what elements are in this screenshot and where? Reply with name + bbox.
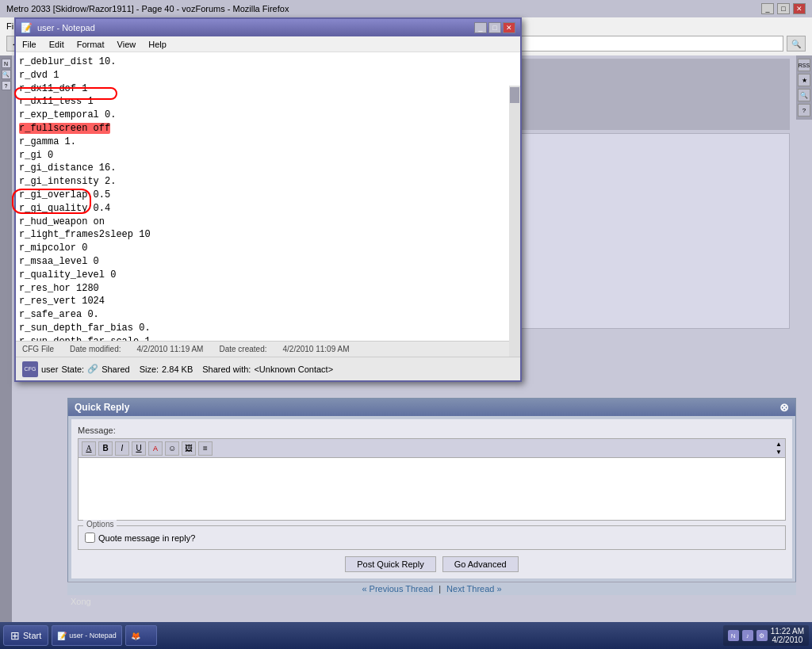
- file-state: Shared: [102, 365, 129, 374]
- notepad-window: 📝 user - Notepad _ □ ✕ File Edit Format …: [14, 17, 522, 382]
- browser-title-text: Metro 2033 [Skidrow/Razor1911] - Page 40…: [6, 4, 761, 13]
- message-label: Message:: [78, 426, 786, 435]
- notepad-menu-format[interactable]: Format: [77, 40, 105, 49]
- quote-checkbox[interactable]: [85, 533, 95, 543]
- date-created: 4/2/2010 11:09 AM: [283, 345, 350, 353]
- file-info-bar: CFG user State: 🔗 Shared Size: 2.84 KB S…: [22, 361, 333, 377]
- quote-checkbox-label: Quote message in reply?: [98, 533, 195, 543]
- star-icon[interactable]: ★: [798, 74, 810, 86]
- clock: 11:22 AM 4/2/2010: [771, 627, 804, 644]
- notepad-title: user - Notepad: [37, 23, 474, 32]
- search-icon[interactable]: 🔍: [798, 89, 810, 101]
- date-modified-label: Date modified:: [70, 345, 121, 353]
- sidebar-icon-2: 🔍: [2, 70, 11, 79]
- left-sidebar: N 🔍 ?: [0, 55, 12, 649]
- notepad-menu-edit[interactable]: Edit: [49, 40, 64, 49]
- date-modified: 4/2/2010 11:19 AM: [136, 345, 203, 353]
- start-button[interactable]: ⊞ Start: [3, 625, 48, 646]
- file-icon: CFG: [22, 361, 38, 377]
- maximize-button[interactable]: □: [777, 3, 790, 14]
- start-label: Start: [23, 631, 41, 640]
- editor-btn-image[interactable]: 🖼: [182, 441, 196, 456]
- volume-icon: ♪: [742, 630, 753, 641]
- go-button[interactable]: 🔍: [787, 36, 806, 52]
- file-size-label: Size:: [140, 365, 159, 374]
- editor-toolbar: A B I U A ☺ 🖼 ≡ ▲ ▼: [78, 438, 786, 457]
- highlight-fullscreen: r_fullscreen off: [19, 123, 110, 134]
- close-button[interactable]: ✕: [793, 3, 806, 14]
- options-title: Options: [83, 520, 117, 529]
- sidebar-icon-1: N: [2, 59, 11, 68]
- editor-btn-u[interactable]: U: [132, 441, 146, 456]
- quick-reply-section: Quick Reply ⊗ Message: A B I U A ☺ 🖼 ≡ ▲…: [67, 398, 796, 582]
- editor-btn-color[interactable]: A: [148, 441, 163, 456]
- browser-title-bar: Metro 2033 [Skidrow/Razor1911] - Page 40…: [0, 0, 812, 17]
- help-icon[interactable]: ?: [798, 104, 810, 116]
- notepad-titlebar: 📝 user - Notepad _ □ ✕: [16, 19, 520, 36]
- notepad-app-icon: 📝: [21, 22, 33, 33]
- shared-with-label: Shared with:: [202, 365, 251, 374]
- browser-window-controls: _ □ ✕: [761, 3, 806, 14]
- editor-expand-icon[interactable]: ▲ ▼: [776, 441, 782, 456]
- scrollbar-thumb[interactable]: [510, 87, 519, 103]
- notepad-menu-help[interactable]: Help: [148, 40, 167, 49]
- taskbar-notepad-label: user - Notepad: [69, 632, 117, 639]
- taskbar: ⊞ Start 📝 user - Notepad 🦊 N ♪ ⚙ 11:22 A…: [0, 622, 812, 649]
- editor-btn-i[interactable]: I: [115, 441, 129, 456]
- shared-icon: 🔗: [87, 364, 98, 374]
- notepad-menubar: File Edit Format View Help: [16, 36, 520, 52]
- right-toolbar: RSS ★ 🔍 ?: [796, 55, 812, 120]
- thread-nav: « Previous Thread | Next Thread »: [67, 582, 796, 595]
- shared-with: <Unknown Contact>: [254, 365, 333, 374]
- notepad-menu-view[interactable]: View: [117, 40, 136, 49]
- reply-buttons: Post Quick Reply Go Advanced: [78, 556, 786, 572]
- message-textarea[interactable]: [78, 457, 786, 521]
- taskbar-browser[interactable]: 🦊: [125, 625, 157, 646]
- date-created-label: Date created:: [219, 345, 266, 353]
- browser-taskbar-icon: 🦊: [131, 632, 140, 640]
- notepad-close[interactable]: ✕: [503, 22, 515, 33]
- notepad-window-controls: _ □ ✕: [474, 22, 515, 33]
- quote-checkbox-row: Quote message in reply?: [85, 533, 779, 543]
- quick-reply-title: Quick Reply: [75, 402, 129, 413]
- notepad-content[interactable]: r_deblur_dist 10. r_dvd 1 r_dx11_dof 1 r…: [16, 52, 509, 357]
- editor-btn-smiley[interactable]: ☺: [165, 441, 179, 456]
- next-thread-link[interactable]: Next Thread »: [446, 584, 502, 594]
- network-icon: N: [728, 630, 739, 641]
- notepad-maximize[interactable]: □: [488, 22, 501, 33]
- thread-nav-separator: |: [439, 584, 441, 594]
- options-section: Options Quote message in reply?: [78, 525, 786, 550]
- notepad-taskbar-icon: 📝: [57, 632, 67, 640]
- editor-btn-b[interactable]: B: [98, 441, 113, 456]
- editor-btn-a[interactable]: A: [82, 441, 96, 456]
- sidebar-icon-3: ?: [2, 81, 11, 90]
- tray-icon-3: ⚙: [756, 630, 768, 641]
- prev-thread-link[interactable]: « Previous Thread: [362, 584, 433, 594]
- footer-user: Xong: [71, 597, 91, 606]
- minimize-button[interactable]: _: [761, 3, 774, 14]
- system-tray: N ♪ ⚙ 11:22 AM 4/2/2010: [723, 625, 809, 646]
- taskbar-notepad[interactable]: 📝 user - Notepad: [52, 625, 122, 646]
- date: 4/2/2010: [771, 636, 804, 644]
- notepad-minimize[interactable]: _: [474, 22, 487, 33]
- collapse-icon[interactable]: ⊗: [779, 401, 789, 414]
- quick-reply-header: Quick Reply ⊗: [68, 399, 795, 416]
- post-quick-reply-button[interactable]: Post Quick Reply: [345, 556, 435, 572]
- time: 11:22 AM: [771, 627, 804, 636]
- file-size: 2.84 KB: [162, 365, 193, 374]
- editor-btn-list[interactable]: ≡: [198, 441, 213, 456]
- notepad-scrollbar[interactable]: [509, 86, 520, 357]
- go-advanced-button[interactable]: Go Advanced: [442, 556, 519, 572]
- notepad-statusbar: CFG user State: 🔗 Shared Size: 2.84 KB S…: [16, 357, 520, 380]
- windows-logo: ⊞: [10, 629, 20, 642]
- file-name: user: [41, 365, 58, 374]
- rss-icon[interactable]: RSS: [798, 59, 810, 71]
- file-date-bar: CFG File Date modified: 4/2/2010 11:19 A…: [16, 341, 509, 357]
- file-state-label: State:: [61, 365, 84, 374]
- quick-reply-body: Message: A B I U A ☺ 🖼 ≡ ▲ ▼: [71, 419, 792, 578]
- notepad-body: r_deblur_dist 10. r_dvd 1 r_dx11_dof 1 r…: [16, 52, 520, 380]
- file-type: CFG File: [22, 345, 54, 353]
- notepad-menu-file[interactable]: File: [22, 40, 36, 49]
